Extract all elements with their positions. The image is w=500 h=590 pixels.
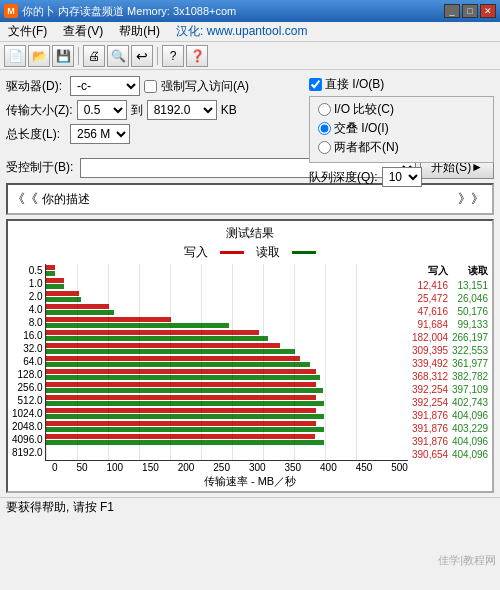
rv-row-12: 391,876404,096 [412, 435, 488, 448]
main-panel: 驱动器(D): -c- 强制写入访问(A) 传输大小(Z): 0.5 到 819 [0, 70, 500, 497]
io-compare-radio[interactable] [318, 103, 331, 116]
desc-arrow-left: 《《 [12, 190, 38, 208]
rv-read-8: 397,109 [452, 384, 488, 395]
back-button[interactable]: ↩ [131, 45, 153, 67]
x-label-4: 200 [178, 462, 195, 473]
rv-row-5: 309,395322,553 [412, 344, 488, 357]
rv-read-2: 50,176 [452, 306, 488, 317]
zoom-button[interactable]: 🔍 [107, 45, 129, 67]
drive-label: 驱动器(D): [6, 78, 66, 95]
title-bar: M 你的卜 内存读盘频道 Memory: 3x1088+com _ □ ✕ [0, 0, 500, 22]
open-button[interactable]: 📂 [28, 45, 50, 67]
chart-container: 测试结果 写入 读取 0.51.02.04.08.016.032.064.012… [6, 219, 494, 493]
x-label-2: 100 [107, 462, 124, 473]
rv-write-12: 391,876 [412, 436, 448, 447]
menu-view[interactable]: 查看(V) [59, 21, 107, 42]
y-label-1: 1.0 [29, 277, 43, 290]
y-label-14: 8192.0 [12, 446, 43, 459]
bar-row-8 [46, 368, 408, 381]
bar-row-4 [46, 316, 408, 329]
x-label-1: 50 [76, 462, 87, 473]
rv-row-0: 12,41613,151 [412, 279, 488, 292]
rv-write-10: 391,876 [412, 410, 448, 421]
title-controls: _ □ ✕ [444, 4, 496, 18]
print-button[interactable]: 🖨 [83, 45, 105, 67]
io-neither-row: 两者都不(N) [318, 139, 485, 156]
io-compare-row: I/O 比较(C) [318, 101, 485, 118]
y-axis-labels: 0.51.02.04.08.016.032.064.0128.0256.0512… [12, 264, 43, 461]
rv-read-3: 99,133 [452, 319, 488, 330]
toolbar-separator2 [157, 47, 158, 65]
close-button[interactable]: ✕ [480, 4, 496, 18]
rv-read-6: 361,977 [452, 358, 488, 369]
menu-help[interactable]: 帮助(H) [115, 21, 164, 42]
queue-select[interactable]: 10 [382, 167, 422, 187]
save-button[interactable]: 💾 [52, 45, 74, 67]
rv-header: 写入 读取 [412, 264, 488, 278]
rv-row-6: 339,492361,977 [412, 357, 488, 370]
new-button[interactable]: 📄 [4, 45, 26, 67]
queue-label: 队列深度(Q): [309, 169, 378, 186]
io-compare-label: I/O 比较(C) [334, 101, 394, 118]
rv-row-8: 392,254397,109 [412, 383, 488, 396]
io-options-group: I/O 比较(C) 交叠 I/O(I) 两者都不(N) [309, 96, 494, 163]
title-text: 你的卜 内存读盘频道 Memory: 3x1088+com [22, 4, 444, 19]
rv-row-13: 390,654404,096 [412, 448, 488, 461]
y-label-9: 256.0 [18, 381, 43, 394]
force-write-checkbox[interactable] [144, 80, 157, 93]
bars-area [45, 264, 408, 461]
rv-read-4: 266,197 [452, 332, 488, 343]
bar-row-12 [46, 420, 408, 433]
toolbar: 📄 📂 💾 🖨 🔍 ↩ ? ❓ [0, 42, 500, 70]
y-label-4: 8.0 [29, 316, 43, 329]
rv-row-7: 368,312382,782 [412, 370, 488, 383]
app-icon: M [4, 4, 18, 18]
menu-file[interactable]: 文件(F) [4, 21, 51, 42]
queue-row: 队列深度(Q): 10 [309, 167, 494, 187]
drive-select[interactable]: -c- [70, 76, 140, 96]
bar-row-9 [46, 381, 408, 394]
menu-about: 汉化: www.upantool.com [172, 21, 311, 42]
right-values-panel: 写入 读取 12,41613,15125,47226,04647,61650,1… [412, 264, 488, 461]
bar-row-5 [46, 329, 408, 342]
y-label-7: 64.0 [23, 355, 42, 368]
maximize-button[interactable]: □ [462, 4, 478, 18]
rv-write-9: 392,254 [412, 397, 448, 408]
x-label-8: 400 [320, 462, 337, 473]
legend-read-label: 读取 [256, 244, 280, 261]
chart-title: 测试结果 [12, 225, 488, 242]
rv-read-12: 404,096 [452, 436, 488, 447]
direct-io-checkbox[interactable] [309, 78, 322, 91]
io-exchange-radio[interactable] [318, 122, 331, 135]
x-label-3: 150 [142, 462, 159, 473]
size-select[interactable]: 0.5 [77, 100, 127, 120]
total-row: 总长度(L): 256 MB [6, 124, 306, 144]
rv-read-5: 322,553 [452, 345, 488, 356]
bar-row-7 [46, 355, 408, 368]
legend-write-line [220, 251, 244, 254]
drive-row: 驱动器(D): -c- 强制写入访问(A) [6, 76, 306, 96]
about-button[interactable]: ❓ [186, 45, 208, 67]
rv-write-5: 309,395 [412, 345, 448, 356]
help-button[interactable]: ? [162, 45, 184, 67]
size-to-select[interactable]: 8192.0 [147, 100, 217, 120]
rv-write-11: 391,876 [412, 423, 448, 434]
direct-io-row: 直接 I/O(B) [309, 76, 494, 93]
io-neither-label: 两者都不(N) [334, 139, 399, 156]
minimize-button[interactable]: _ [444, 4, 460, 18]
rv-row-1: 25,47226,046 [412, 292, 488, 305]
total-label: 总长度(L): [6, 126, 66, 143]
io-neither-radio[interactable] [318, 141, 331, 154]
total-select[interactable]: 256 MB [70, 124, 130, 144]
legend-read-line [292, 251, 316, 254]
bar-row-3 [46, 303, 408, 316]
size-label: 传输大小(Z): [6, 102, 73, 119]
x-label-7: 350 [284, 462, 301, 473]
direct-io-label: 直接 I/O(B) [325, 76, 384, 93]
io-exchange-label: 交叠 I/O(I) [334, 120, 389, 137]
y-label-11: 1024.0 [12, 407, 43, 420]
desc-box: 《《 你的描述 》》 [6, 183, 494, 215]
x-label-5: 250 [213, 462, 230, 473]
bar-row-10 [46, 394, 408, 407]
rv-row-9: 392,254402,743 [412, 396, 488, 409]
